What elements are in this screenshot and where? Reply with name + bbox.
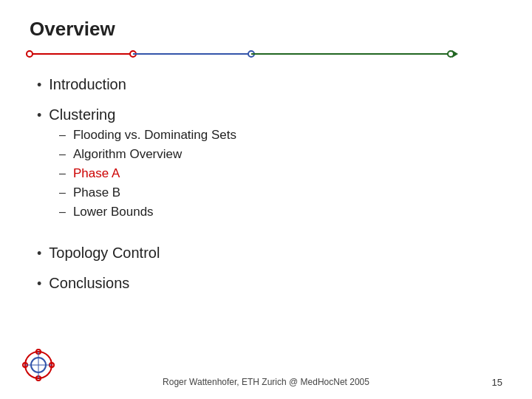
clustering-subitems: – Flooding vs. Dominating Sets – Algorit…	[59, 128, 236, 224]
dash-algorithm: –	[59, 148, 66, 161]
timeline	[30, 48, 502, 60]
subitem-phase-a: – Phase A	[59, 166, 236, 181]
timeline-segment-green	[251, 53, 451, 55]
bullet-topology: • Topology Control	[37, 245, 502, 262]
slide: Overview • Introduction • Clustering	[0, 0, 532, 399]
bullet-dot-topology: •	[37, 246, 41, 262]
subitem-text-phase-a: Phase A	[73, 166, 120, 181]
bullet-text-clustering: Clustering	[49, 106, 115, 123]
bullet-clustering: • Clustering – Flooding vs. Dominating S…	[37, 106, 502, 231]
bullet-dot-introduction: •	[37, 78, 41, 93]
bullet-introduction: • Introduction	[37, 76, 502, 93]
bullet-text-introduction: Introduction	[49, 76, 126, 93]
dot-red-start	[26, 50, 33, 58]
footer: Roger Wattenhofer, ETH Zurich @ MedHocNe…	[0, 377, 532, 387]
subitem-text-phase-b: Phase B	[73, 185, 120, 200]
subitem-algorithm: – Algorithm Overview	[59, 147, 236, 162]
dash-lower-bounds: –	[59, 205, 66, 219]
dash-phase-b: –	[59, 186, 66, 200]
subitem-flooding: – Flooding vs. Dominating Sets	[59, 128, 236, 143]
bullet-dot-conclusions: •	[37, 276, 41, 292]
bullet-dot-clustering: •	[37, 108, 41, 123]
dot-green-end	[447, 50, 454, 58]
dash-flooding: –	[59, 129, 66, 142]
content-area: • Introduction • Clustering – Flooding v…	[30, 76, 502, 292]
slide-title: Overview	[30, 18, 502, 41]
bullet-text-conclusions: Conclusions	[49, 275, 129, 292]
subitem-phase-b: – Phase B	[59, 185, 236, 200]
subitem-lower-bounds: – Lower Bounds	[59, 205, 236, 219]
page-number: 15	[492, 377, 502, 388]
timeline-segment-blue	[133, 53, 251, 55]
subitem-text-lower-bounds: Lower Bounds	[73, 205, 154, 219]
footer-citation: Roger Wattenhofer, ETH Zurich @ MedHocNe…	[163, 377, 369, 387]
footer-logo	[22, 349, 55, 381]
subitem-text-algorithm: Algorithm Overview	[73, 147, 182, 162]
bullet-conclusions: • Conclusions	[37, 275, 502, 292]
dash-phase-a: –	[59, 167, 66, 180]
timeline-segment-red	[30, 53, 133, 55]
bullet-text-topology: Topology Control	[49, 245, 160, 262]
subitem-text-flooding: Flooding vs. Dominating Sets	[73, 128, 236, 143]
